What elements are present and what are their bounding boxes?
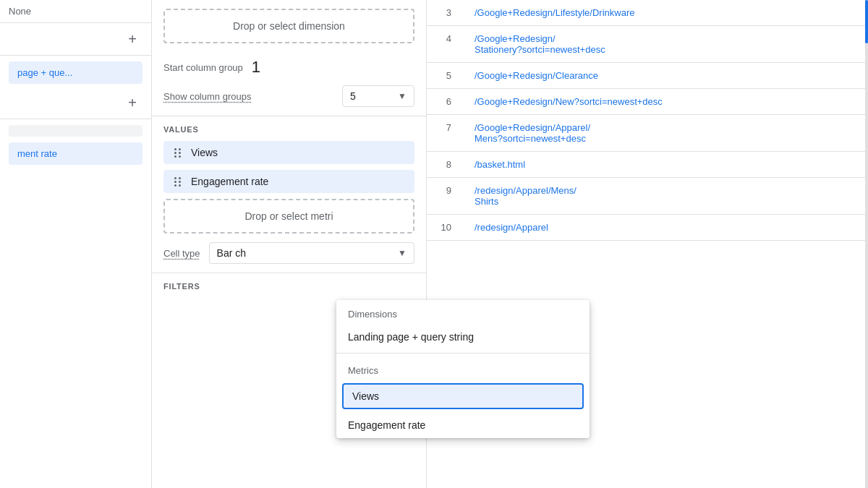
engagement-chip-label: Engagement rate — [191, 176, 268, 187]
engagement-dropdown-item[interactable]: Engagement rate — [336, 412, 590, 438]
data-table: 3/Google+Redesign/Lifestyle/Drinkware4/G… — [427, 0, 868, 241]
start-column-group-num: 1 — [252, 58, 260, 77]
cell-type-value: Bar ch — [217, 247, 246, 259]
table-row: 3/Google+Redesign/Lifestyle/Drinkware — [427, 0, 868, 26]
scroll-thumb — [865, 0, 868, 43]
table-row: 5/Google+Redesign/Clearance — [427, 63, 868, 89]
dimensions-group-label: Dimensions — [336, 300, 590, 324]
row-path[interactable]: /redesign/Apparel/Mens/ Shirts — [463, 178, 868, 215]
sidebar-empty-chip — [9, 125, 142, 137]
dropdown-divider — [336, 353, 590, 354]
cell-type-label: Cell type — [163, 248, 200, 259]
sidebar-add-row-1: + — [0, 23, 151, 56]
row-path[interactable]: /basket.html — [463, 152, 868, 178]
row-number: 10 — [427, 215, 463, 241]
drag-handle-icon-engagement — [172, 176, 184, 187]
row-path[interactable]: /Google+Redesign/ Stationery?sortci=newe… — [463, 26, 868, 63]
column-group-section: Start column group 1 Show column groups … — [152, 52, 426, 116]
start-column-group-label: Start column group — [163, 62, 243, 73]
drag-handle-icon-views — [172, 147, 184, 158]
row-number: 7 — [427, 115, 463, 152]
add-dimension-button-2[interactable]: + — [122, 93, 142, 113]
table-row: 10/redesign/Apparel — [427, 215, 868, 241]
chevron-down-icon: ▼ — [398, 91, 407, 101]
table-row: 4/Google+Redesign/ Stationery?sortci=new… — [427, 26, 868, 63]
sidebar-add-row-2: + — [0, 90, 151, 119]
metrics-group-label: Metrics — [336, 356, 590, 380]
dimension-drop-zone[interactable]: Drop or select dimension — [163, 9, 414, 43]
table-row: 9/redesign/Apparel/Mens/ Shirts — [427, 178, 868, 215]
cell-type-select[interactable]: Bar ch ▼ — [209, 242, 414, 264]
views-dropdown-item[interactable]: Views — [342, 383, 584, 409]
show-groups-value: 5 — [350, 90, 356, 102]
scroll-indicator[interactable] — [865, 0, 868, 488]
views-chip[interactable]: Views — [163, 141, 414, 164]
landing-page-item[interactable]: Landing page + query string — [336, 324, 590, 350]
engagement-chip[interactable]: Engagement rate — [163, 170, 414, 193]
show-column-groups-label: Show column groups — [163, 91, 251, 102]
table-row: 7/Google+Redesign/Apparel/ Mens?sortci=n… — [427, 115, 868, 152]
show-groups-select[interactable]: 5 ▼ — [342, 85, 414, 107]
sidebar-rate-chip[interactable]: ment rate — [9, 142, 142, 165]
row-path[interactable]: /Google+Redesign/Apparel/ Mens?sortci=ne… — [463, 115, 868, 152]
app-container: None + page + que... + ment rate Drop or… — [0, 0, 868, 488]
plus-icon-2: + — [128, 95, 137, 111]
add-dimension-button[interactable]: + — [122, 29, 142, 49]
sidebar: None + page + que... + ment rate — [0, 0, 152, 488]
row-path[interactable]: /redesign/Apparel — [463, 215, 868, 241]
row-number: 8 — [427, 152, 463, 178]
column-group-start-row: Start column group 1 — [163, 58, 414, 77]
row-path[interactable]: /Google+Redesign/Clearance — [463, 63, 868, 89]
chevron-down-icon-cell: ▼ — [398, 248, 407, 258]
table-row: 8/basket.html — [427, 152, 868, 178]
row-number: 3 — [427, 0, 463, 26]
views-chip-label: Views — [191, 147, 218, 158]
values-section: VALUES Views — [152, 116, 426, 273]
row-path[interactable]: /Google+Redesign/New?sortci=newest+desc — [463, 89, 868, 115]
values-label: VALUES — [163, 125, 414, 134]
sidebar-chip-page[interactable]: page + que... — [9, 61, 142, 84]
row-number: 5 — [427, 63, 463, 89]
row-path[interactable]: /Google+Redesign/Lifestyle/Drinkware — [463, 0, 868, 26]
row-number: 4 — [427, 26, 463, 63]
cell-type-row: Cell type Bar ch ▼ — [163, 242, 414, 264]
sidebar-none-label: None — [0, 0, 151, 23]
plus-icon-1: + — [128, 31, 137, 48]
filters-label: FILTERS — [163, 282, 414, 291]
table-row: 6/Google+Redesign/New?sortci=newest+desc — [427, 89, 868, 115]
show-column-groups-row: Show column groups 5 ▼ — [163, 85, 414, 107]
row-number: 9 — [427, 178, 463, 215]
metric-drop-zone[interactable]: Drop or select metri — [163, 199, 414, 234]
search-dropdown: Dimensions Landing page + query string M… — [336, 300, 590, 438]
row-number: 6 — [427, 89, 463, 115]
